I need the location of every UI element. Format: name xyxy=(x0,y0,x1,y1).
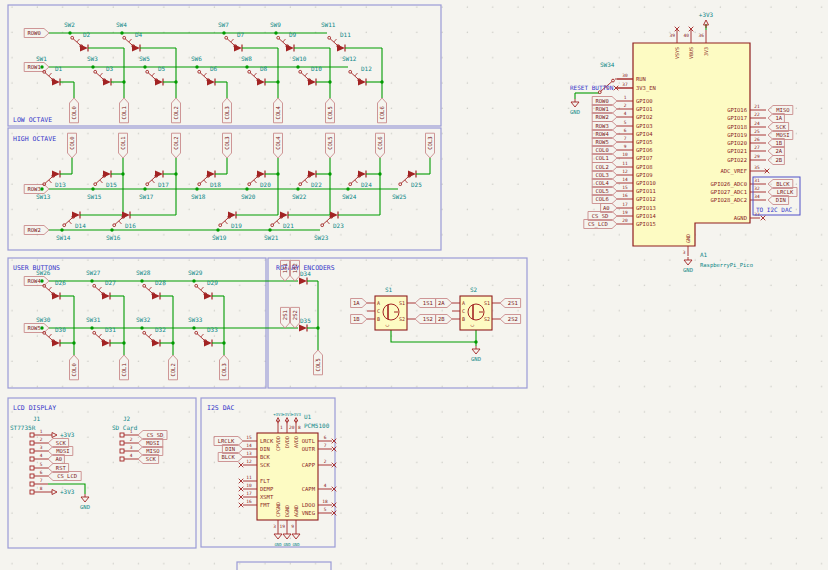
pin-name-gpio6[interactable]: GPIO6 xyxy=(636,147,653,153)
ref-d21[interactable]: D21 xyxy=(283,222,294,229)
to-i2c-dac-note[interactable]: TO I2C DAC xyxy=(756,206,793,213)
ref-d31[interactable]: D31 xyxy=(105,326,116,333)
ref-sw14[interactable]: SW14 xyxy=(56,234,71,241)
ref-d3[interactable]: D3 xyxy=(106,65,114,72)
ref-d2[interactable]: D2 xyxy=(83,31,91,38)
net-label-text-1s1[interactable]: 1S1 xyxy=(282,263,288,273)
pin-name-cpvdd[interactable]: CPVDD xyxy=(275,436,281,451)
net-label-text-1s1[interactable]: 1S1 xyxy=(423,300,433,306)
pin-number[interactable]: 11 xyxy=(622,161,628,166)
pin-name-gpio12[interactable]: GPIO12 xyxy=(636,196,656,202)
pin-name-3v3[interactable]: 3V3 xyxy=(703,47,709,56)
encoder-pin-name[interactable]: C xyxy=(462,308,465,314)
pin-number[interactable]: 21 xyxy=(754,104,760,109)
pin-name-gpio18[interactable]: GPIO18 xyxy=(727,124,747,130)
pin-name-gpio3[interactable]: GPIO3 xyxy=(636,123,653,129)
pin-name-flt[interactable]: FLT xyxy=(260,478,271,484)
net-label-text-sck[interactable]: SCK xyxy=(56,440,67,446)
pin-name-gpio7[interactable]: GPIO7 xyxy=(636,155,653,161)
encoder-pin-name[interactable]: A xyxy=(462,300,465,306)
pin-number[interactable]: 12 xyxy=(622,169,628,174)
pin-number[interactable]: 2 xyxy=(324,459,327,464)
encoder-pin-name[interactable]: C xyxy=(470,324,475,327)
sw34-ref[interactable]: SW34 xyxy=(600,61,615,68)
net-label-text-col2[interactable]: COL2 xyxy=(173,106,179,119)
ref-d6[interactable]: D6 xyxy=(210,65,218,72)
net-label-text-row0[interactable]: ROW0 xyxy=(595,98,608,104)
pin-name-gpio14[interactable]: GPIO14 xyxy=(636,213,657,219)
ref-d24[interactable]: D24 xyxy=(361,181,372,188)
pin-name-gpio21[interactable]: GPIO21 xyxy=(727,148,747,154)
ref-sw22[interactable]: SW22 xyxy=(292,193,307,200)
pin-number[interactable]: 35 xyxy=(754,165,760,170)
net-label-text-col5[interactable]: COL5 xyxy=(315,358,321,371)
pin-number[interactable]: 32 xyxy=(754,186,760,191)
pin-number[interactable]: 14 xyxy=(246,443,252,448)
ref-d10[interactable]: D10 xyxy=(311,65,322,72)
net-label-text-row4[interactable]: ROW4 xyxy=(595,131,609,137)
net-label-text-blck[interactable]: BLCK xyxy=(221,454,235,460)
net-label-text-cs_lcd[interactable]: CS_LCD xyxy=(588,221,608,228)
ref-sw25[interactable]: SW25 xyxy=(392,193,407,200)
ref-sw21[interactable]: SW21 xyxy=(264,234,279,241)
encoder-pin-name[interactable]: S1 xyxy=(484,300,490,306)
pin-number[interactable]: 1 xyxy=(130,429,133,434)
pin-name-gpio9[interactable]: GPIO9 xyxy=(636,172,653,178)
pin-number[interactable]: 7 xyxy=(324,443,327,448)
ref-u1[interactable]: U1 xyxy=(304,413,312,420)
ref-d26[interactable]: D26 xyxy=(55,279,66,286)
net-label-text-1s2[interactable]: 1S2 xyxy=(292,263,298,273)
pin-number[interactable]: 16 xyxy=(246,499,252,504)
reset-button-note[interactable]: RESET BUTTON xyxy=(570,84,614,91)
pin-number[interactable]: 18 xyxy=(322,499,328,504)
pin-number[interactable]: 19 xyxy=(622,210,628,215)
pin-name-gpio28_adc2[interactable]: GPIO28_ADC2 xyxy=(711,197,747,204)
pin-number[interactable]: 8 xyxy=(298,425,301,430)
pin-number[interactable]: 6 xyxy=(40,470,43,475)
pin-number[interactable]: 40 xyxy=(684,33,690,38)
net-label-text-2a[interactable]: 2A xyxy=(438,300,445,306)
ref-d11[interactable]: D11 xyxy=(340,31,351,38)
net-label-text-col2[interactable]: COL2 xyxy=(595,164,608,170)
net-label-text-miso[interactable]: MISO xyxy=(146,448,159,454)
ref-d17[interactable]: D17 xyxy=(158,181,169,188)
pin-name-gpio2[interactable]: GPIO2 xyxy=(636,114,653,120)
ref-sw18[interactable]: SW18 xyxy=(191,193,206,200)
net-label-text-col3[interactable]: COL3 xyxy=(221,363,227,376)
ref-d5[interactable]: D5 xyxy=(158,65,166,72)
net-label-text-rst[interactable]: RST xyxy=(56,465,67,471)
pin-number[interactable]: 5 xyxy=(40,462,43,467)
net-label-text-cs_lcd[interactable]: CS_LCD xyxy=(57,473,77,480)
pin-name-adc_vref[interactable]: ADC_VREF xyxy=(721,168,748,175)
pin-name-agnd[interactable]: AGND xyxy=(734,215,747,221)
net-label-text-cs_sd[interactable]: CS_SD xyxy=(592,213,609,220)
encoder-pin-name[interactable]: A xyxy=(377,300,380,306)
pin-number[interactable]: 4 xyxy=(130,453,133,458)
ref-sw19[interactable]: SW19 xyxy=(212,234,227,241)
pin-number[interactable]: 10 xyxy=(246,483,252,488)
gnd-label[interactable]: GND xyxy=(80,504,90,510)
section-title-high-octave[interactable]: HIGH OCTAVE xyxy=(13,135,56,143)
pin-name-capm[interactable]: CAPM xyxy=(302,486,316,492)
ref-d27[interactable]: D27 xyxy=(105,279,116,286)
net-label-text-col2[interactable]: COL2 xyxy=(173,136,179,149)
net-label-text-1b[interactable]: 1B xyxy=(353,316,360,322)
pin-number[interactable]: 7 xyxy=(624,136,627,141)
ref-j1[interactable]: J1 xyxy=(33,415,41,422)
net-label-text-row0[interactable]: ROW0 xyxy=(27,30,40,36)
pin-number[interactable]: 2 xyxy=(40,437,43,442)
ref-d12[interactable]: D12 xyxy=(361,65,372,72)
net-label-text-col6[interactable]: COL6 xyxy=(595,196,608,202)
ref-sw31[interactable]: SW31 xyxy=(86,316,101,323)
net-label-text-col2[interactable]: COL2 xyxy=(170,363,176,376)
net-label-text-col1[interactable]: COL1 xyxy=(595,155,608,161)
net-label-text-din[interactable]: DIN xyxy=(225,446,235,452)
ref-sw32[interactable]: SW32 xyxy=(136,316,151,323)
pin-number[interactable]: 9 xyxy=(624,144,627,149)
gnd-label[interactable]: GND xyxy=(683,267,693,273)
ref-sw26[interactable]: SW26 xyxy=(36,269,51,276)
net-label-text-1b[interactable]: 1B xyxy=(775,140,782,146)
net-label-text-col3[interactable]: COL3 xyxy=(427,136,433,149)
net-label-text-cs_sd[interactable]: CS_SD xyxy=(147,432,164,439)
ref-d8[interactable]: D8 xyxy=(260,65,268,72)
